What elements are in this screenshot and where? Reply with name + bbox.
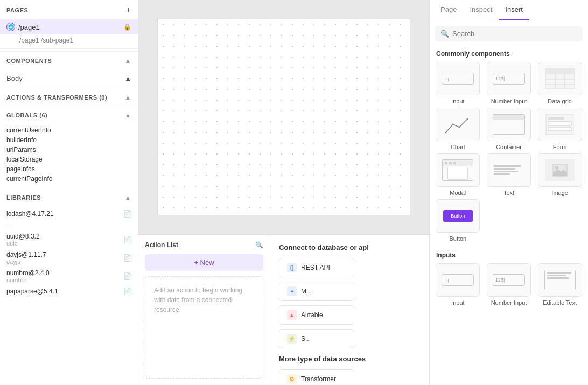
container-label: Container xyxy=(496,144,522,150)
component-chart[interactable]: Chart xyxy=(434,108,482,150)
search-input[interactable] xyxy=(452,30,577,38)
form-preview xyxy=(538,108,582,141)
library-numbro[interactable]: numbro@2.4.0 numbro 📄 xyxy=(6,267,131,285)
globals-chevron-icon[interactable]: ▲ xyxy=(125,111,131,119)
sub-page-item[interactable]: /page1 /sub-page1 xyxy=(0,34,138,46)
component-input-2[interactable]: T| Input xyxy=(434,263,482,306)
library-lodash[interactable]: lodash@4.17.21 📄 xyxy=(6,208,131,220)
lock-icon: 🔒 xyxy=(123,23,131,31)
inputs-grid: T| Input 123| Number Input xyxy=(434,263,584,306)
button-preview: Button xyxy=(436,199,480,233)
svg-point-9 xyxy=(458,127,460,128)
text-preview xyxy=(487,153,531,187)
library-papaparse[interactable]: papaparse@5.4.1 📄 xyxy=(6,285,131,297)
actions-title: ACTIONS & TRANSFORMERS (0) xyxy=(6,94,107,101)
components-chevron-icon[interactable]: ▲ xyxy=(125,57,131,65)
connect-airtable[interactable]: ▲ Airtable xyxy=(279,305,354,325)
component-text[interactable]: Text xyxy=(485,153,533,196)
form-label: Form xyxy=(553,144,567,150)
libraries-list: lodash@4.17.21 📄 – uuid@8.3.2 uuid 📄 day… xyxy=(0,206,138,302)
svg-rect-6 xyxy=(545,68,575,74)
actions-chevron-icon[interactable]: ▲ xyxy=(125,94,131,101)
global-item-currentuserinfo[interactable]: currentUserInfo xyxy=(6,125,131,135)
text-label: Text xyxy=(503,190,514,196)
connect-mssql[interactable]: ✦ M... xyxy=(279,282,354,301)
tab-insert[interactable]: Insert xyxy=(499,0,529,20)
library-uuid-file-icon: 📄 xyxy=(123,236,131,243)
connect-supabase[interactable]: ⚡ S... xyxy=(279,329,354,348)
chart-label: Chart xyxy=(451,144,465,150)
component-button[interactable]: Button Button xyxy=(434,199,482,242)
pages-title: PAGES xyxy=(6,7,28,13)
component-modal[interactable]: Modal xyxy=(434,153,482,196)
add-page-icon[interactable]: + xyxy=(126,5,131,15)
airtable-icon: ▲ xyxy=(287,310,297,320)
components-section: COMPONENTS ▲ Body ▲ xyxy=(0,51,138,88)
libraries-chevron-icon[interactable]: ▲ xyxy=(125,194,131,201)
right-sidebar: Page Inspect Insert 🔍 Commonly component… xyxy=(429,0,588,385)
library-uuid[interactable]: uuid@8.3.2 uuid 📄 xyxy=(6,230,131,249)
component-data-grid[interactable]: Data grid xyxy=(536,62,584,104)
button-label: Button xyxy=(449,235,466,242)
components-title: COMPONENTS xyxy=(6,58,52,64)
body-label[interactable]: Body ▲ xyxy=(6,72,131,85)
search-bar[interactable]: 🔍 xyxy=(435,26,583,41)
svg-point-8 xyxy=(452,124,453,125)
component-editable-text[interactable]: Editable Text xyxy=(536,263,584,306)
connect-rest-api[interactable]: {} REST API xyxy=(279,258,354,277)
global-item-currentpageinfo[interactable]: currentPageInfo xyxy=(6,174,131,184)
body-section: Body ▲ xyxy=(0,69,138,88)
input-preview: T| xyxy=(436,62,480,95)
connect-buttons-group: {} REST API ✦ M... ▲ Airtable ⚡ S... xyxy=(279,258,421,348)
component-container[interactable]: Container xyxy=(485,108,533,150)
new-action-button[interactable]: + New xyxy=(145,254,263,271)
svg-point-10 xyxy=(466,118,468,120)
connect-transformer[interactable]: ⚙ Transformer xyxy=(279,369,354,385)
tab-page[interactable]: Page xyxy=(434,0,463,20)
editable-text-label: Editable Text xyxy=(543,299,577,306)
libraries-header[interactable]: Libraries ▲ xyxy=(0,188,138,206)
global-item-pageinfos[interactable]: pageInfos xyxy=(6,164,131,174)
image-label: Image xyxy=(551,190,568,196)
library-dayjs[interactable]: dayjs@1.11.7 dayjs 📄 xyxy=(6,249,131,267)
actions-header[interactable]: ACTIONS & TRANSFORMERS (0) ▲ xyxy=(0,88,138,106)
globals-header[interactable]: GLOBALS (6) ▲ xyxy=(0,106,138,123)
tab-inspect[interactable]: Inspect xyxy=(463,0,499,20)
data-connect-panel: Connect to database or api {} REST API ✦… xyxy=(270,235,429,385)
canvas-area[interactable] xyxy=(138,0,429,234)
library-papa-file-icon: 📄 xyxy=(123,288,131,295)
container-preview xyxy=(487,108,531,141)
number-input-2-preview: 123| xyxy=(487,263,531,297)
component-input[interactable]: T| Input xyxy=(434,62,482,104)
action-placeholder: Add an action to begin working with data… xyxy=(145,276,263,379)
canvas-frame[interactable] xyxy=(157,19,410,215)
component-form[interactable]: Form xyxy=(536,108,584,150)
data-grid-preview xyxy=(538,62,582,95)
image-preview xyxy=(538,153,582,187)
input-2-label: Input xyxy=(451,299,464,306)
libraries-title: Libraries xyxy=(6,194,41,201)
page-item-page1[interactable]: 🌐 /page1 🔒 xyxy=(0,19,138,34)
actions-section: ACTIONS & TRANSFORMERS (0) ▲ xyxy=(0,88,138,106)
global-item-urlparams[interactable]: urlParams xyxy=(6,145,131,155)
page-name: /page1 xyxy=(18,23,120,31)
search-icon[interactable]: 🔍 xyxy=(255,241,263,249)
editable-text-preview xyxy=(538,263,582,297)
body-text: Body xyxy=(6,74,23,82)
left-sidebar: PAGES + 🌐 /page1 🔒 /page1 /sub-page1 COM… xyxy=(0,0,138,385)
global-item-localstorage[interactable]: localStorage xyxy=(6,155,131,164)
bottom-panel: Action List 🔍 + New Add an action to beg… xyxy=(138,234,429,385)
component-number-input-2[interactable]: 123| Number Input xyxy=(485,263,533,306)
globals-list: currentUserInfo builderInfo urlParams lo… xyxy=(0,123,138,188)
action-list-title: Action List xyxy=(145,241,178,249)
modal-preview xyxy=(436,153,480,187)
library-dash[interactable]: – xyxy=(6,220,131,230)
library-file-icon: 📄 xyxy=(123,210,131,218)
components-scroll: Commonly components T| Input 123| Numb xyxy=(430,45,588,385)
component-number-input[interactable]: 123| Number Input xyxy=(485,62,533,104)
supabase-icon: ⚡ xyxy=(287,334,297,344)
global-item-builderinfo[interactable]: builderInfo xyxy=(6,135,131,145)
components-header[interactable]: COMPONENTS ▲ xyxy=(0,52,138,69)
component-image[interactable]: Image xyxy=(536,153,584,196)
action-list-panel: Action List 🔍 + New Add an action to beg… xyxy=(138,235,270,385)
